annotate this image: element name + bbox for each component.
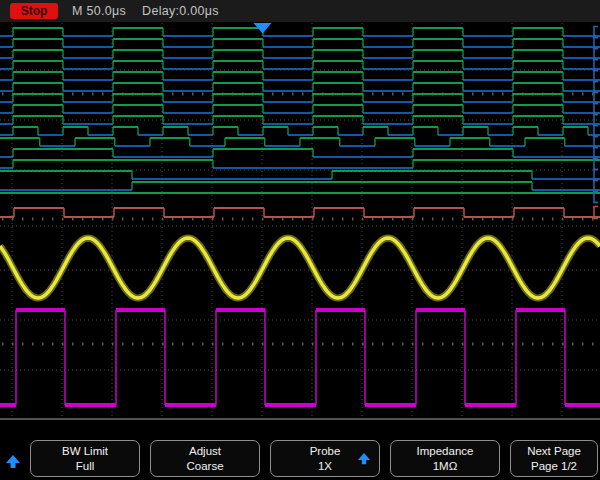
red-clock-trace — [0, 207, 600, 219]
digital-channel-D5-trace — [0, 138, 600, 146]
softkey-adjust[interactable]: Adjust Coarse — [150, 440, 260, 477]
digital-channel-D2-trace — [0, 171, 600, 179]
digital-channel-D15-trace — [0, 28, 600, 36]
digital-channel-D8-trace — [0, 105, 600, 113]
digital-channel-D9-trace — [0, 94, 600, 102]
softkey-value: Full — [76, 459, 95, 473]
digital-channels — [0, 28, 600, 193]
softkey-impedance[interactable]: Impedance 1MΩ — [390, 440, 500, 477]
softkey-probe[interactable]: Probe 1X — [270, 440, 380, 477]
yellow-sine-trace — [0, 238, 600, 298]
waveform-display — [0, 22, 600, 422]
menu-back-up-icon[interactable] — [5, 454, 21, 470]
digital-channel-D3-trace — [0, 160, 600, 168]
digital-channel-D6-trace — [0, 127, 600, 135]
softkey-value: Page 1/2 — [531, 459, 577, 473]
graticule — [0, 23, 600, 419]
digital-channel-D10-trace — [0, 83, 600, 91]
softkey-label: BW Limit — [62, 444, 108, 458]
digital-channel-D1-trace — [0, 182, 600, 190]
status-bar: Stop M 50.0μs Delay:0.00μs — [0, 0, 600, 23]
softkey-menu: BW Limit Full Adjust Coarse Probe 1X Imp… — [0, 422, 600, 480]
magenta-channel-trace — [0, 310, 600, 405]
digital-channel-markers — [594, 27, 598, 203]
run-state-badge: Stop — [10, 3, 58, 19]
probe-up-arrow-icon — [357, 452, 371, 466]
waveform-svg — [0, 22, 600, 422]
softkey-label: Probe — [310, 444, 341, 458]
timebase-readout: M 50.0μs — [72, 4, 126, 18]
softkey-next-page[interactable]: Next Page Page 1/2 — [510, 440, 598, 477]
digital-channel-D14-trace — [0, 39, 600, 47]
digital-channel-D11-trace — [0, 72, 600, 80]
delay-readout: Delay:0.00μs — [142, 4, 219, 18]
softkey-label: Adjust — [189, 444, 221, 458]
digital-channel-D13-trace — [0, 50, 600, 58]
softkey-value: Coarse — [186, 459, 223, 473]
softkey-value: 1X — [318, 459, 332, 473]
softkey-value: 1MΩ — [433, 459, 458, 473]
softkey-bw-limit[interactable]: BW Limit Full — [30, 440, 140, 477]
softkey-label: Next Page — [527, 444, 581, 458]
softkey-label: Impedance — [417, 444, 474, 458]
digital-channel-D4-trace — [0, 149, 600, 157]
digital-channel-D12-trace — [0, 61, 600, 69]
oscilloscope-screen: Stop M 50.0μs Delay:0.00μs BW Limit Full… — [0, 0, 600, 480]
